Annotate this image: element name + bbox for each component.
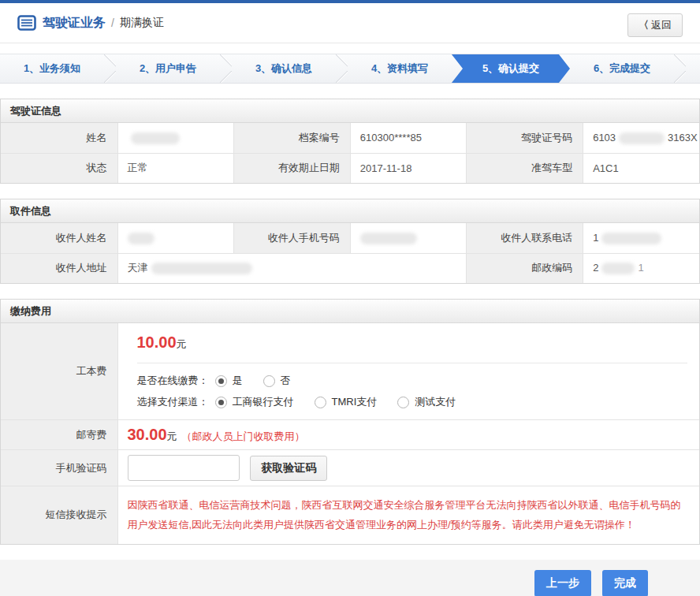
redacted-recipient-phone: [601, 233, 661, 244]
finish-button[interactable]: 完成: [602, 570, 648, 596]
radio-circle-icon: [397, 397, 409, 408]
recipient-phone-value: 1: [583, 223, 699, 253]
page-title: 驾驶证业务: [43, 15, 106, 32]
table-row: 收件人姓名 收件人手机号码 收件人联系电话 1: [1, 223, 699, 253]
redacted-postcode: [601, 263, 635, 274]
previous-step-button[interactable]: 上一步: [534, 570, 591, 596]
sms-tip-text: 因陕西省联通、电信运营商技术问题，陕西省互联网交通安全综合服务管理平台无法向持陕…: [128, 495, 688, 535]
recipient-mobile-value: [350, 223, 466, 253]
step-separator: [336, 54, 348, 83]
table-row: 工本费 10.00元 是否在线缴费： 是 否 选择支付渠道： 工商银行支付 TM…: [1, 323, 699, 420]
file-no-value: 610300****85: [350, 123, 466, 153]
license-info-table: 姓名 档案编号 610300****85 驾驶证号码 61033163X 状态 …: [1, 123, 699, 183]
sms-tip-label: 短信接收提示: [1, 486, 117, 544]
vehicle-class-label: 准驾车型: [467, 153, 583, 183]
name-value: [117, 123, 233, 153]
recipient-address-label: 收件人地址: [1, 253, 117, 283]
redacted-recipient-mobile: [360, 233, 417, 244]
expiry-label: 有效期止日期: [233, 153, 350, 183]
step-separator: [674, 54, 686, 83]
step-separator: [104, 54, 116, 83]
step-2-declaration[interactable]: 2、用户申告: [116, 54, 220, 83]
recipient-phone-label: 收件人联系电话: [467, 223, 583, 253]
table-row: 手机验证码 获取验证码: [1, 450, 699, 486]
radio-online-no-label: 否: [281, 374, 291, 388]
sms-code-input[interactable]: [128, 455, 240, 481]
table-row: 短信接收提示 因陕西省联通、电信运营商技术问题，陕西省互联网交通安全综合服务管理…: [1, 486, 699, 544]
page-header: 驾驶证业务 / 期满换证 〈返回: [0, 3, 700, 43]
pay-channel-question: 选择支付渠道：: [137, 395, 209, 409]
breadcrumb-current: 期满换证: [120, 16, 164, 30]
radio-channel-icbc[interactable]: 工商银行支付: [215, 395, 294, 409]
radio-online-yes-label: 是: [233, 374, 243, 388]
radio-circle-icon: [315, 397, 326, 408]
postage-label: 邮寄费: [1, 420, 117, 450]
status-label: 状态: [1, 153, 117, 183]
radio-circle-icon: [215, 397, 227, 408]
sms-tip-cell: 因陕西省联通、电信运营商技术问题，陕西省互联网交通安全综合服务管理平台无法向持陕…: [117, 486, 699, 544]
radio-channel-test[interactable]: 测试支付: [397, 395, 456, 409]
postage-unit: 元: [167, 430, 177, 442]
table-row: 邮寄费 30.00元（邮政人员上门收取费用）: [1, 420, 699, 450]
status-value: 正常: [117, 153, 233, 183]
redacted-recipient-address: [151, 263, 252, 274]
redacted-license-no: [619, 132, 665, 144]
card-fee-cell: 10.00元 是否在线缴费： 是 否 选择支付渠道： 工商银行支付 TMRI支付…: [117, 323, 699, 420]
footer-action-bar: 上一步 完成: [0, 560, 700, 596]
sms-code-cell: 获取验证码: [117, 450, 699, 486]
radio-online-yes[interactable]: 是: [215, 374, 243, 388]
pickup-info-section: 取件信息 收件人姓名 收件人手机号码 收件人联系电话 1 收件人地址 天津 邮政…: [0, 199, 700, 284]
online-pay-row: 是否在线缴费： 是 否: [137, 374, 688, 388]
chevron-left-icon: 〈: [639, 19, 649, 31]
back-button[interactable]: 〈返回: [627, 13, 683, 37]
radio-channel-test-label: 测试支付: [415, 395, 456, 409]
online-pay-question: 是否在线缴费：: [137, 374, 209, 388]
step-6-finish[interactable]: 6、完成提交: [570, 54, 674, 83]
radio-online-no[interactable]: 否: [263, 374, 291, 388]
step-4-fill-data[interactable]: 4、资料填写: [348, 54, 452, 83]
card-fee-label: 工本费: [1, 323, 117, 420]
recipient-address-value: 天津: [117, 253, 467, 283]
card-fee-unit: 元: [177, 338, 187, 350]
fees-table: 工本费 10.00元 是否在线缴费： 是 否 选择支付渠道： 工商银行支付 TM…: [1, 323, 699, 544]
table-row: 姓名 档案编号 610300****85 驾驶证号码 61033163X: [1, 123, 699, 153]
sms-code-label: 手机验证码: [1, 450, 117, 486]
step-separator: [220, 54, 232, 83]
step-5-confirm-submit-active[interactable]: 5、确认提交: [452, 54, 570, 83]
pay-channel-row: 选择支付渠道： 工商银行支付 TMRI支付 测试支付: [137, 395, 688, 409]
license-no-value: 61033163X: [583, 123, 699, 153]
step-wizard: 1、业务须知 2、用户申告 3、确认信息 4、资料填写 5、确认提交 6、完成提…: [0, 54, 700, 84]
fees-section-title: 缴纳费用: [1, 300, 699, 323]
step-3-confirm-info[interactable]: 3、确认信息: [232, 54, 336, 83]
card-list-icon: [17, 15, 36, 31]
license-no-label: 驾驶证号码: [467, 123, 583, 153]
get-code-button[interactable]: 获取验证码: [250, 456, 327, 481]
postage-amount: 30.00: [128, 426, 167, 443]
radio-circle-icon: [215, 375, 227, 387]
radio-circle-icon: [263, 375, 275, 387]
radio-channel-icbc-label: 工商银行支付: [233, 395, 294, 409]
name-label: 姓名: [1, 123, 117, 153]
postage-note: （邮政人员上门收取费用）: [182, 430, 305, 442]
postcode-label: 邮政编码: [467, 253, 583, 283]
step-1-notice[interactable]: 1、业务须知: [0, 54, 104, 83]
breadcrumb-divider: /: [111, 17, 114, 29]
recipient-name-value: [117, 223, 233, 253]
file-no-label: 档案编号: [233, 123, 350, 153]
redacted-recipient-name: [128, 233, 155, 244]
vehicle-class-value: A1C1: [583, 153, 699, 183]
back-button-label: 返回: [651, 19, 672, 31]
table-row: 状态 正常 有效期止日期 2017-11-18 准驾车型 A1C1: [1, 153, 699, 183]
fees-section: 缴纳费用 工本费 10.00元 是否在线缴费： 是 否 选择支付渠道： 工商银行…: [0, 299, 700, 545]
license-info-section: 驾驶证信息 姓名 档案编号 610300****85 驾驶证号码 6103316…: [0, 99, 700, 184]
radio-channel-tmri[interactable]: TMRI支付: [315, 395, 378, 409]
license-section-title: 驾驶证信息: [1, 99, 699, 123]
recipient-name-label: 收件人姓名: [1, 223, 117, 253]
step-bar-filler: [686, 54, 700, 83]
card-fee-amount: 10.00: [137, 333, 177, 351]
redacted-name: [131, 132, 180, 144]
expiry-value: 2017-11-18: [350, 153, 466, 183]
pickup-section-title: 取件信息: [1, 199, 699, 223]
postcode-value: 21: [583, 253, 699, 283]
postage-cell: 30.00元（邮政人员上门收取费用）: [117, 420, 699, 450]
